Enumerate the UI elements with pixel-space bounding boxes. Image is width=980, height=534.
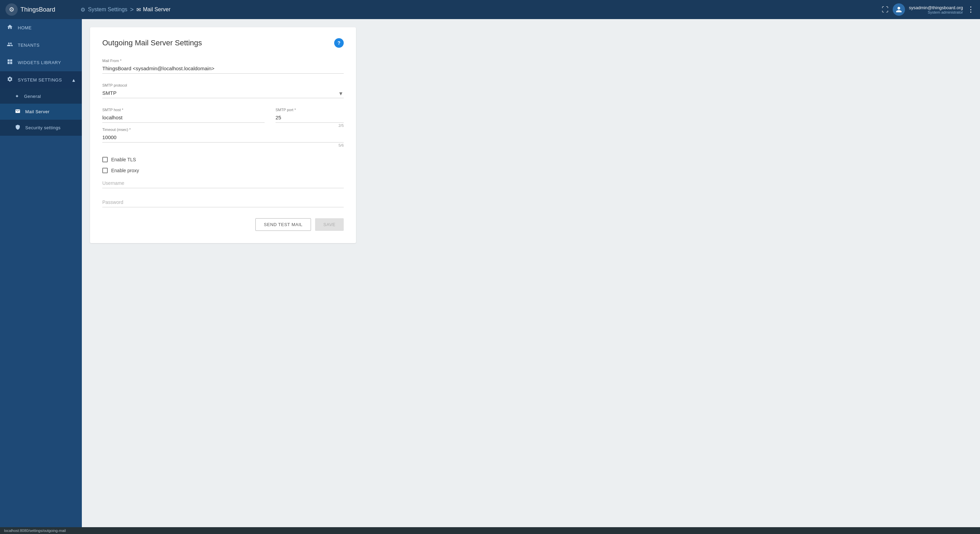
password-group <box>102 198 344 207</box>
sidebar-item-widgets[interactable]: WIDGETS LIBRARY <box>0 54 82 71</box>
sidebar-item-home[interactable]: HOME <box>0 19 82 37</box>
sidebar-item-security-settings[interactable]: Security settings <box>0 120 82 136</box>
logo-text: ThingsBoard <box>21 6 55 13</box>
send-test-mail-button[interactable]: SEND TEST MAIL <box>255 218 311 231</box>
smtp-port-group: SMTP port * 2/5 <box>275 108 344 127</box>
more-menu-button[interactable]: ⋮ <box>967 5 975 14</box>
page-title: Outgoing Mail Server Settings <box>102 38 202 48</box>
smtp-protocol-label: SMTP protocol <box>102 83 344 87</box>
sidebar-item-system-settings[interactable]: SYSTEM SETTINGS ▴ <box>0 71 82 89</box>
layout: HOME TENANTS WIDGETS LIBRARY SYSTEM SETT… <box>0 19 980 527</box>
breadcrumb-current: ✉ Mail Server <box>137 6 170 13</box>
enable-proxy-label: Enable proxy <box>111 168 139 173</box>
sidebar-label-general: General <box>24 94 41 99</box>
enable-proxy-row[interactable]: Enable proxy <box>102 168 344 173</box>
save-button: SAVE <box>315 218 344 231</box>
gear-icon: ⚙ <box>81 6 85 13</box>
sidebar-label-mail-server: Mail Server <box>25 109 49 114</box>
help-button[interactable]: ? <box>334 38 344 48</box>
settings-icon <box>7 76 13 84</box>
smtp-host-group: SMTP host * <box>102 108 265 127</box>
enable-tls-label: Enable TLS <box>111 157 136 162</box>
smtp-host-port-row: SMTP host * SMTP port * 2/5 <box>102 108 344 127</box>
breadcrumb-separator: > <box>130 6 134 13</box>
sidebar-label-widgets: WIDGETS LIBRARY <box>18 60 61 65</box>
topbar-right: ⛶ sysadmin@thingsboard.org System admini… <box>882 3 975 16</box>
user-email: sysadmin@thingsboard.org <box>909 5 963 10</box>
fullscreen-button[interactable]: ⛶ <box>882 6 889 14</box>
chevron-up-icon: ▴ <box>72 77 75 83</box>
smtp-host-input[interactable] <box>102 113 265 123</box>
user-role: System administrator <box>909 10 963 14</box>
sidebar-item-tenants[interactable]: TENANTS <box>0 37 82 54</box>
smtp-port-label: SMTP port * <box>275 108 344 112</box>
smtp-protocol-select[interactable]: SMTP SMTPS SMTP with TLS <box>102 89 344 98</box>
home-icon <box>7 24 13 32</box>
topbar: ⚙ ThingsBoard ⚙ System Settings > ✉ Mail… <box>0 0 980 19</box>
sidebar-label-system-settings: SYSTEM SETTINGS <box>18 78 62 83</box>
smtp-host-label: SMTP host * <box>102 108 265 112</box>
mail-server-icon <box>15 108 21 115</box>
general-icon: ✦ <box>15 94 19 99</box>
enable-tls-checkbox[interactable] <box>102 157 108 162</box>
mail-from-input[interactable] <box>102 64 344 74</box>
timeout-counter: 5/6 <box>102 143 344 147</box>
mail-icon: ✉ <box>137 6 141 13</box>
timeout-label: Timeout (msec) * <box>102 127 344 132</box>
logo: ⚙ ThingsBoard <box>5 3 81 16</box>
main-content: Outgoing Mail Server Settings ? Mail Fro… <box>82 19 980 527</box>
sidebar-item-general[interactable]: ✦ General <box>0 89 82 104</box>
card-header: Outgoing Mail Server Settings ? <box>102 38 344 48</box>
breadcrumb-parent[interactable]: System Settings <box>88 6 127 13</box>
sidebar-label-home: HOME <box>18 25 32 30</box>
sidebar-submenu: ✦ General Mail Server Security settings <box>0 89 82 136</box>
status-url: localhost:8080/settings/outgoing-mail <box>4 529 66 532</box>
button-row: SEND TEST MAIL SAVE <box>102 218 344 231</box>
smtp-protocol-group: SMTP protocol SMTP SMTPS SMTP with TLS ▾ <box>102 83 344 98</box>
logo-icon: ⚙ <box>5 3 18 16</box>
enable-proxy-checkbox[interactable] <box>102 168 108 173</box>
smtp-protocol-wrapper: SMTP SMTPS SMTP with TLS ▾ <box>102 89 344 98</box>
smtp-port-input[interactable] <box>275 113 344 123</box>
username-group <box>102 179 344 188</box>
widgets-icon <box>7 59 13 67</box>
password-input[interactable] <box>102 198 344 207</box>
sidebar-item-mail-server[interactable]: Mail Server <box>0 104 82 120</box>
breadcrumb: ⚙ System Settings > ✉ Mail Server <box>81 6 882 13</box>
mail-from-group: Mail From * <box>102 59 344 74</box>
timeout-group: Timeout (msec) * 5/6 <box>102 127 344 147</box>
timeout-input[interactable] <box>102 133 344 143</box>
sidebar-label-tenants: TENANTS <box>18 43 40 48</box>
security-icon <box>15 124 21 131</box>
avatar[interactable] <box>893 3 905 16</box>
statusbar: localhost:8080/settings/outgoing-mail <box>0 527 980 534</box>
smtp-port-counter: 2/5 <box>275 124 344 127</box>
username-input[interactable] <box>102 179 344 188</box>
sidebar-label-security: Security settings <box>25 125 61 130</box>
user-info: sysadmin@thingsboard.org System administ… <box>909 5 963 14</box>
sidebar: HOME TENANTS WIDGETS LIBRARY SYSTEM SETT… <box>0 19 82 527</box>
settings-card: Outgoing Mail Server Settings ? Mail Fro… <box>90 27 356 243</box>
enable-tls-row[interactable]: Enable TLS <box>102 157 344 162</box>
mail-from-label: Mail From * <box>102 59 344 63</box>
tenants-icon <box>7 41 13 49</box>
